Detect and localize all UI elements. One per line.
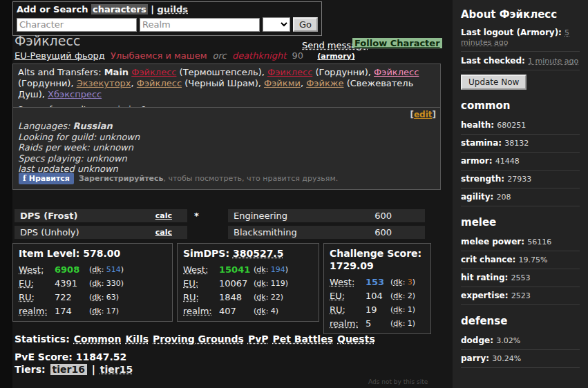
rank-value: 174	[55, 306, 89, 316]
alt-link[interactable]: Фэйклесс	[131, 67, 176, 77]
region-rank-link[interactable]: realm:	[330, 318, 366, 329]
rank-box-title: Item Level: 578.00	[19, 247, 167, 260]
rank-value: 722	[55, 292, 89, 302]
guilds-link[interactable]: guilds	[158, 4, 189, 14]
dk-link[interactable]: dk	[256, 307, 265, 316]
dk-link[interactable]: dk	[256, 265, 265, 274]
dk-link[interactable]: dk	[393, 305, 402, 314]
alt-link[interactable]: Фэйкми	[264, 78, 301, 88]
stats-link-kills[interactable]: Kills	[125, 333, 149, 345]
facebook-register-link[interactable]: Зарегистрируйтесь	[79, 174, 164, 183]
page: Add or Search characters | guilds Go Фэй…	[0, 0, 588, 388]
region-rank-link[interactable]: realm:	[183, 306, 219, 316]
region-rank-link[interactable]: West:	[330, 277, 366, 287]
dk-link[interactable]: dk	[393, 319, 402, 328]
stat-label: melee power:	[461, 237, 527, 246]
profile-line: Languages: Russian	[18, 121, 435, 132]
region-select[interactable]	[263, 17, 290, 32]
stats-link-pvp[interactable]: PvP	[248, 333, 269, 345]
stat-row: melee power: 56116	[461, 237, 580, 251]
dk-link[interactable]: dk	[393, 278, 402, 287]
region-rank-link[interactable]: RU:	[183, 292, 219, 302]
alt-link[interactable]: Фэйклесс	[374, 67, 419, 77]
rank-boxes: Item Level: 578.00West:6908(dk: 514)EU:4…	[12, 243, 431, 334]
stats-link-pet-battles[interactable]: Pet Battles	[273, 333, 333, 345]
about-row-label: Last checked:	[461, 56, 528, 66]
rank-box-title-value: 1729.09	[330, 260, 425, 272]
tier16-link[interactable]: tier16	[50, 364, 87, 375]
calc-link[interactable]: calc	[155, 228, 172, 237]
update-now-button[interactable]: Update Now	[461, 75, 527, 90]
rank-row: RU:1848(dk: 22)	[183, 290, 313, 304]
about-row-value-link[interactable]: 1 minute ago	[528, 57, 578, 66]
follow-character-button[interactable]: Follow Character	[352, 38, 442, 48]
dk-link[interactable]: dk	[92, 279, 101, 288]
rank-value: 104	[366, 291, 390, 301]
dk-rank-value: 514	[106, 265, 121, 274]
rank-box-title-value[interactable]: 380527.5	[233, 248, 284, 259]
profession-level: 600	[374, 227, 392, 237]
region-rank-link[interactable]: EU:	[19, 278, 55, 289]
go-button[interactable]: Go	[293, 17, 318, 32]
professions-table: Engineering600Blacksmithing600	[228, 209, 425, 242]
alt-link[interactable]: Фэйкже	[306, 78, 343, 88]
stats-link-common[interactable]: Common	[74, 333, 122, 345]
region-rank-link[interactable]: realm:	[19, 306, 55, 316]
dk-rank: (dk: 4)	[254, 307, 278, 316]
region-rank-link[interactable]: EU:	[330, 291, 366, 301]
dps-footnote-asterisk: *	[194, 211, 199, 221]
dk-link[interactable]: dk	[92, 307, 101, 316]
edit-link[interactable]: edit	[414, 110, 433, 119]
character-realm-link[interactable]: EU-Ревущий фьорд	[15, 50, 105, 61]
region-rank-link[interactable]: West:	[19, 264, 55, 275]
dk-rank: (dk: 63)	[89, 293, 119, 302]
dk-link[interactable]: dk	[256, 293, 265, 302]
rank-row: EU:10067(dk: 119)	[183, 276, 313, 290]
stats-link-quests[interactable]: Quests	[337, 333, 375, 345]
tier15-link[interactable]: tier15	[100, 364, 133, 375]
stat-label: health:	[461, 120, 497, 130]
tiers-line: Tiers: tier16 | tier15	[15, 364, 134, 375]
stat-group-title: common	[461, 99, 580, 112]
stat-row: armor: 41448	[461, 156, 580, 171]
rank-box-title-label: Item Level:	[19, 248, 83, 259]
alt-link[interactable]: Хбэкспресс	[48, 89, 102, 99]
realm-input[interactable]	[140, 18, 260, 32]
facebook-like-row: f Нравится Зарегистрируйтесь, чтобы посм…	[19, 173, 338, 184]
alts-label: Alts and Transfers:	[18, 67, 102, 77]
dk-link[interactable]: dk	[393, 291, 402, 300]
region-rank-link[interactable]: RU:	[19, 292, 55, 302]
dk-link[interactable]: dk	[92, 293, 101, 302]
facebook-rest-text: , чтобы посмотреть, что нравится друзьям…	[163, 174, 338, 183]
search-separator: |	[151, 4, 154, 14]
stat-label: stamina:	[461, 138, 504, 148]
profile-line: Looking for guild: unknown	[18, 132, 435, 143]
characters-link[interactable]: characters	[91, 4, 148, 14]
alt-link[interactable]: Экзекуторх	[77, 78, 131, 88]
dk-rank: (dk: 2)	[390, 291, 415, 300]
calc-link[interactable]: calc	[155, 211, 172, 220]
character-level: 90	[292, 50, 304, 61]
stat-label: armor:	[461, 156, 495, 166]
dk-link[interactable]: dk	[256, 279, 265, 288]
dk-rank: (dk: 514)	[89, 265, 124, 274]
stat-row: strength: 27933	[461, 174, 580, 188]
alt-realm-text: (Черный Шрам),	[182, 78, 264, 88]
character-input[interactable]	[17, 18, 137, 32]
rank-row: RU:722(dk: 63)	[19, 290, 167, 304]
facebook-like-button[interactable]: f Нравится	[19, 173, 74, 184]
profession-row: Engineering600	[228, 209, 425, 222]
stat-value: 41448	[495, 157, 520, 166]
character-class: deathknight	[232, 50, 287, 61]
dk-rank-value: 3	[408, 278, 412, 287]
dps-row: DPS (Frost)calc	[15, 209, 187, 222]
stats-link-proving-grounds[interactable]: Proving Grounds	[153, 333, 244, 345]
alt-link[interactable]: Фэиклесс	[267, 67, 312, 77]
about-row-label: Last logout (Armory):	[461, 28, 565, 37]
region-rank-link[interactable]: EU:	[183, 278, 219, 289]
armory-link[interactable]: (armory)	[317, 52, 355, 61]
alt-link[interactable]: Фэйклесс	[137, 78, 182, 88]
region-rank-link[interactable]: West:	[183, 264, 219, 275]
region-rank-link[interactable]: RU:	[330, 304, 366, 315]
dk-link[interactable]: dk	[92, 265, 101, 274]
